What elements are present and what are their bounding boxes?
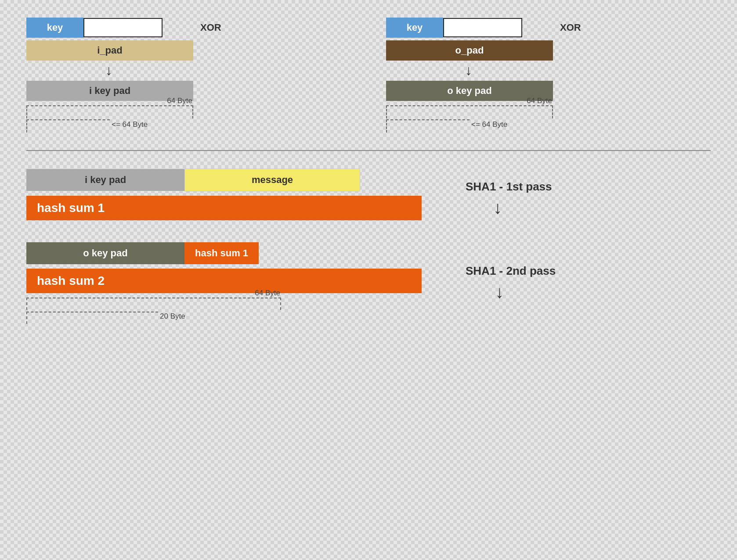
sha1-first-arrow: ↓	[493, 198, 502, 218]
left-arrow-down: ↓	[26, 63, 351, 77]
bottom-byte-inner: 20 Byte	[158, 312, 185, 321]
bottom-ikeypad-block: i key pad	[26, 169, 184, 191]
right-byte-outer: 64 Byte	[527, 97, 552, 105]
right-byte-inner: <= 64 Byte	[470, 120, 507, 129]
right-pad-row: o_pad	[386, 40, 711, 61]
right-bracket-area: 64 Byte <= 64 Byte	[386, 105, 553, 133]
right-key-block: key	[386, 18, 443, 38]
left-byte-outer: 64 Byte	[167, 97, 192, 105]
ipad-block: i_pad	[26, 40, 193, 61]
right-arrow-symbol: ↓	[465, 63, 472, 77]
hash-sum-2-block: hash sum 2	[26, 269, 422, 293]
top-section: key XOR i_pad ↓ i key pad 64 Byte	[26, 18, 711, 133]
left-key-row: key XOR	[26, 18, 351, 38]
sha1-second-arrow: ↓	[495, 282, 504, 302]
bottom-section: i key pad message hash sum 1 SHA1 - 1st …	[26, 169, 711, 324]
ikeypad-message-row: i key pad message	[26, 169, 422, 191]
left-bracket-outer: 64 Byte	[26, 105, 193, 118]
sha1-second-row: o key pad hash sum 1 hash sum 2 64 Byte …	[26, 242, 711, 324]
diagram-container: key XOR i_pad ↓ i key pad 64 Byte	[0, 0, 737, 560]
bottom-byte-outer: 64 Byte	[255, 289, 280, 298]
right-blank-block	[443, 18, 522, 37]
bottom-bracket-outer: 64 Byte	[26, 298, 281, 310]
bottom-bracket-inner	[26, 312, 158, 324]
opad-block: o_pad	[386, 40, 553, 61]
left-bracket-inner	[26, 119, 110, 133]
message-block: message	[184, 169, 360, 191]
sha1-first-arrow-container: SHA1 - 1st pass ↓	[444, 180, 552, 218]
left-blank-block	[83, 18, 163, 37]
right-bracket-inner	[386, 119, 470, 133]
bottom-okeypad-block: o key pad	[26, 242, 184, 264]
left-key-block: key	[26, 18, 83, 38]
left-xor-label: XOR	[200, 22, 221, 33]
left-pad-row: i_pad	[26, 40, 351, 61]
right-arrow-down: ↓	[386, 63, 711, 77]
hash-sum-1-block: hash sum 1	[26, 196, 422, 220]
sha1-first-row: i key pad message hash sum 1 SHA1 - 1st …	[26, 169, 711, 229]
sha1-first-label: SHA1 - 1st pass	[466, 180, 552, 194]
right-bracket-outer: 64 Byte	[386, 105, 553, 118]
hash-sum-1-inline: hash sum 1	[184, 242, 259, 264]
left-panel: key XOR i_pad ↓ i key pad 64 Byte	[26, 18, 351, 133]
left-arrow-symbol: ↓	[105, 63, 112, 77]
left-bracket-area: 64 Byte <= 64 Byte	[26, 105, 193, 133]
sha1-second-arrow-container: SHA1 - 2nd pass ↓	[444, 264, 556, 302]
divider-line	[26, 150, 711, 151]
right-key-row: key XOR	[386, 18, 711, 38]
right-xor-label: XOR	[560, 22, 581, 33]
sha1-second-label: SHA1 - 2nd pass	[466, 264, 556, 278]
left-byte-inner: <= 64 Byte	[110, 120, 148, 129]
right-panel: key XOR o_pad ↓ o key pad 64 Byte	[386, 18, 711, 133]
bottom-bracket-area: 64 Byte 20 Byte	[26, 298, 422, 324]
